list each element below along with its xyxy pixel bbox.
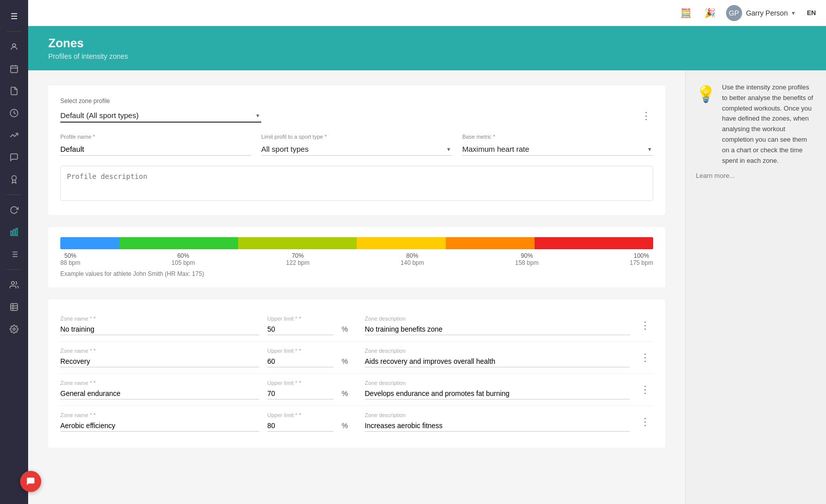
profile-name-input[interactable] — [60, 143, 251, 156]
zone-pct-2: % — [342, 357, 357, 367]
refresh-icon[interactable] — [4, 200, 24, 220]
limit-sport-field-group: Limit profil to a sport type * All sport… — [261, 134, 452, 156]
zone-desc-input-2[interactable] — [365, 356, 630, 367]
page-title: Zones — [48, 36, 806, 50]
zone-limit-input-4[interactable] — [267, 420, 334, 432]
bar-label-90: 90% 158 bpm — [515, 252, 539, 266]
base-metric-select[interactable]: Maximum heart rate — [462, 143, 653, 156]
zone-row-4: Zone name * Upper limit * % Zone descrip… — [60, 406, 653, 438]
zone-limit-input-2[interactable] — [267, 356, 334, 367]
zone-desc-label-2: Zone description — [365, 348, 630, 354]
zone-name-input-3[interactable] — [60, 388, 259, 399]
chart-icon[interactable] — [4, 103, 24, 123]
top-nav: 🧮 🎉 GP Garry Person ▾ EN — [28, 0, 826, 26]
sidebar: ☰ — [0, 0, 28, 504]
trend-icon[interactable] — [4, 125, 24, 145]
settings-icon[interactable] — [4, 319, 24, 339]
zone-action-3: ⋮ — [638, 381, 653, 399]
main-area: 🧮 🎉 GP Garry Person ▾ EN Zones Profiles … — [28, 0, 826, 504]
bar-chart-icon[interactable] — [4, 222, 24, 242]
badge-icon[interactable] — [4, 169, 24, 189]
menu-icon[interactable]: ☰ — [4, 6, 24, 26]
zone-more-button-1[interactable]: ⋮ — [638, 317, 652, 333]
doc-icon[interactable] — [4, 81, 24, 101]
zone-desc-col-3: Zone description — [365, 380, 630, 399]
party-icon[interactable]: 🎉 — [702, 5, 718, 21]
gradient-bar — [60, 237, 653, 249]
limit-sport-select[interactable]: All sport types — [261, 143, 452, 156]
zone-action-1: ⋮ — [638, 317, 653, 335]
zone-name-col-2: Zone name * — [60, 348, 259, 367]
bar-label-100: 100% 175 bpm — [630, 252, 653, 266]
user-name: Garry Person — [746, 9, 788, 17]
chat-bubble-button[interactable] — [20, 471, 41, 492]
hint-icon-row: 💡 Use the intensity zone profiles to bet… — [696, 82, 816, 166]
profile-name-field-group: Profile name * — [60, 134, 251, 156]
table-icon[interactable] — [4, 297, 24, 317]
zone-pct-4: % — [342, 422, 357, 432]
base-metric-label: Base metric * — [462, 134, 653, 140]
user-menu[interactable]: GP Garry Person ▾ — [726, 5, 795, 21]
zone-desc-col-2: Zone description — [365, 348, 630, 367]
limit-sport-select-wrapper: All sport types ▾ — [261, 143, 452, 156]
language-selector[interactable]: EN — [807, 9, 816, 17]
content-area: Select zone profile Default (All sport t… — [28, 70, 826, 504]
users-icon[interactable] — [4, 275, 24, 295]
sidebar-divider — [7, 31, 22, 32]
zone-desc-input-3[interactable] — [365, 388, 630, 399]
right-panel: 💡 Use the intensity zone profiles to bet… — [685, 70, 826, 504]
zone-more-button-4[interactable]: ⋮ — [638, 414, 652, 430]
zone-desc-input-1[interactable] — [365, 324, 630, 335]
bar-label-60: 60% 105 bpm — [171, 252, 195, 266]
zone-name-input-4[interactable] — [60, 420, 259, 432]
select-zone-label: Select zone profile — [60, 97, 653, 105]
zone-desc-label-3: Zone description — [365, 380, 630, 386]
list-icon[interactable] — [4, 244, 24, 264]
zone-pct-1: % — [342, 325, 357, 335]
zone-more-button-3[interactable]: ⋮ — [638, 381, 652, 397]
person-icon[interactable] — [4, 37, 24, 57]
main-panel: Select zone profile Default (All sport t… — [28, 70, 685, 504]
svg-point-0 — [13, 44, 16, 47]
zone-name-input-2[interactable] — [60, 356, 259, 367]
learn-more-link[interactable]: Learn more... — [696, 172, 816, 179]
zone-limit-col-3: Upper limit * — [267, 380, 334, 399]
zone-name-col-3: Zone name * — [60, 380, 259, 399]
bulb-icon: 💡 — [696, 84, 716, 104]
select-zone-row: Default (All sport types) ▾ ⋮ — [60, 108, 653, 124]
zone-row-3: Zone name * Upper limit * % Zone descrip… — [60, 374, 653, 406]
svg-point-16 — [12, 281, 15, 284]
bar-label-70: 70% 122 bpm — [286, 252, 309, 266]
zone-profile-more-button[interactable]: ⋮ — [639, 108, 653, 124]
message-icon[interactable] — [4, 147, 24, 167]
zone-desc-input-4[interactable] — [365, 420, 630, 432]
zone-pct-3: % — [342, 389, 357, 399]
limit-sport-label: Limit profil to a sport type * — [261, 134, 452, 140]
zone-profile-select[interactable]: Default (All sport types) — [60, 109, 261, 123]
zone-name-col-1: Zone name * — [60, 316, 259, 335]
zone-row-2: Zone name * Upper limit * % Zone descrip… — [60, 342, 653, 374]
profile-description-textarea[interactable] — [60, 166, 653, 201]
zone-row-1: Zone name * Upper limit * % Zone descrip… — [60, 310, 653, 342]
svg-rect-8 — [14, 230, 15, 236]
calendar-icon[interactable] — [4, 59, 24, 79]
calculator-icon[interactable]: 🧮 — [678, 5, 694, 21]
profile-fields-row: Profile name * Limit profil to a sport t… — [60, 134, 653, 156]
svg-point-6 — [12, 176, 17, 180]
zone-more-button-2[interactable]: ⋮ — [638, 349, 652, 365]
chevron-down-icon: ▾ — [792, 10, 795, 17]
zone-name-label-4: Zone name * — [60, 412, 259, 418]
profile-name-label: Profile name * — [60, 134, 251, 140]
bar-label-80: 80% 140 bpm — [400, 252, 424, 266]
svg-rect-7 — [11, 231, 12, 236]
bar-label-50: 50% 88 bpm — [60, 252, 80, 266]
zone-limit-input-3[interactable] — [267, 388, 334, 399]
zone-desc-col-4: Zone description — [365, 412, 630, 432]
zone-limit-col-1: Upper limit * — [267, 316, 334, 335]
zone-limit-input-1[interactable] — [267, 324, 334, 335]
zone-name-input-1[interactable] — [60, 324, 259, 335]
page-header: Zones Profiles of intensity zones — [28, 26, 826, 70]
zone-desc-col-1: Zone description — [365, 316, 630, 335]
zone-limit-col-2: Upper limit * — [267, 348, 334, 367]
zone-limit-label-2: Upper limit * — [267, 348, 334, 354]
